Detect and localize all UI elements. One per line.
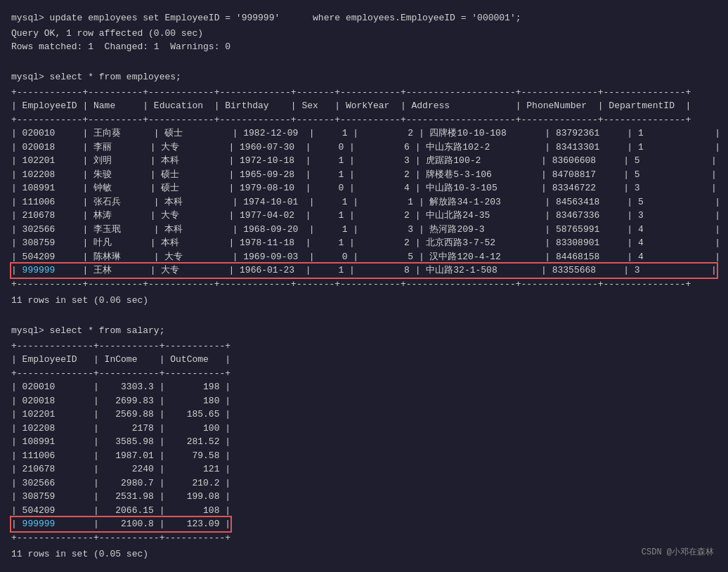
table-row-highlighted: | 999999 | 2100.8 | 123.09 | <box>11 517 717 531</box>
table-row: | 108991 | 钟敏 | 硕士 | 1979-08-10 | 0 | 4 … <box>11 181 717 195</box>
table-row: | 020018 | 李丽 | 大专 | 1960-07-30 | 0 | 6 … <box>11 141 717 155</box>
table-separator: +--------------+-----------+-----------+ <box>11 531 717 545</box>
table-header: | EmployeeID | Name | Education | Birthd… <box>11 99 717 113</box>
table-row: | 302566 | 2980.7 | 210.2 | <box>11 476 717 490</box>
table-row: | 102208 | 2178 | 100 | <box>11 422 717 436</box>
table-separator: +------------+----------+------------+--… <box>11 113 717 127</box>
table-separator: +--------------+-----------+-----------+ <box>11 339 717 353</box>
rows-matched: Rows matched: 1 Changed: 1 Warnings: 0 <box>11 40 717 54</box>
table-row: | 111006 | 张石兵 | 本科 | 1974-10-01 | 1 | 1… <box>11 195 717 209</box>
table-separator: +------------+----------+------------+--… <box>11 278 717 292</box>
table-row: | 108991 | 3585.98 | 281.52 | <box>11 435 717 449</box>
table-row: | 302566 | 李玉珉 | 本科 | 1968-09-20 | 1 | 3… <box>11 223 717 237</box>
table-row: | 020010 | 王向葵 | 硕士 | 1982-12-09 | 1 | 2… <box>11 126 717 141</box>
table-row: | 504209 | 2066.15 | 108 | <box>11 504 717 518</box>
highlighted-salary-id: 999999 <box>22 519 89 529</box>
table-row: | 020018 | 2699.83 | 180 | <box>11 394 717 408</box>
select-salary-section: mysql> select * from salary; +----------… <box>11 324 717 561</box>
table-row: | 102208 | 朱骏 | 硕士 | 1965-09-28 | 1 | 2 … <box>11 168 717 182</box>
table-row: | 111006 | 1987.01 | 79.58 | <box>11 449 717 463</box>
query-ok: Query OK, 1 row affected (0.00 sec) <box>11 27 717 41</box>
table-row: | 102201 | 刘明 | 本科 | 1972-10-18 | 1 | 3 … <box>11 154 717 168</box>
table-separator: +------------+----------+------------+--… <box>11 86 717 100</box>
select-employees-cmd: mysql> select * from employees; <box>11 70 717 84</box>
update-cmd: mysql> update employees set EmployeeID =… <box>11 11 717 25</box>
table-row: | 210678 | 林涛 | 大专 | 1977-04-02 | 1 | 2 … <box>11 209 717 223</box>
salary-result: 11 rows in set (0.05 sec) <box>11 547 717 561</box>
table-row: | 102201 | 2569.88 | 185.65 | <box>11 408 717 422</box>
terminal: mysql> update employees set EmployeeID =… <box>11 11 717 561</box>
watermark: CSDN @小邓在森林 <box>642 546 714 558</box>
salary-table: +--------------+-----------+-----------+… <box>11 339 717 545</box>
table-header: | EmployeeID | InCome | OutCome | <box>11 353 717 367</box>
update-section: mysql> update employees set EmployeeID =… <box>11 11 717 54</box>
table-separator: +--------------+-----------+-----------+ <box>11 367 717 381</box>
select-salary-cmd: mysql> select * from salary; <box>11 324 717 338</box>
select-employees-section: mysql> select * from employees; +-------… <box>11 70 717 308</box>
table-row-highlighted: | 999999 | 王林 | 大专 | 1966-01-23 | 1 | 8 … <box>11 264 717 278</box>
table-row: | 308759 | 2531.98 | 199.08 | <box>11 490 717 504</box>
table-row: | 020010 | 3303.3 | 198 | <box>11 380 717 394</box>
highlighted-employee-id: 999999 <box>22 265 77 275</box>
table-row: | 504209 | 陈林琳 | 大专 | 1969-09-03 | 0 | 5… <box>11 250 717 264</box>
table-row: | 308759 | 叶凡 | 本科 | 1978-11-18 | 1 | 2 … <box>11 236 717 250</box>
table-row: | 210678 | 2240 | 121 | <box>11 462 717 476</box>
employees-table: +------------+----------+------------+--… <box>11 86 717 292</box>
employees-result: 11 rows in set (0.06 sec) <box>11 294 717 308</box>
